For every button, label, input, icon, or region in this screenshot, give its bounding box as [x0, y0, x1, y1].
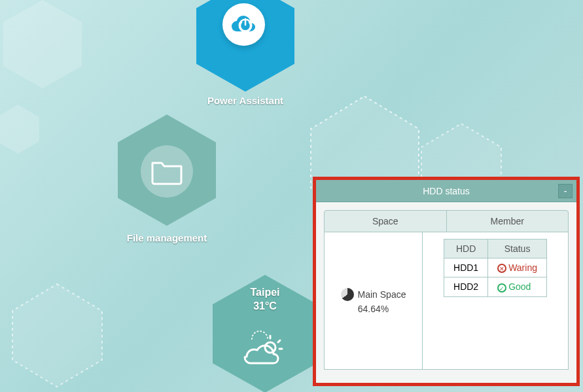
app-power-assistant-label: Power Assistant [180, 95, 311, 106]
status-good-icon: ✓ [497, 283, 506, 293]
empty-hex [3, 0, 82, 88]
weather-city: Taipei [250, 287, 279, 298]
app-file-management-label: File management [101, 232, 232, 243]
hdd-status-widget: HDD status - Space Member Main Space 64.… [313, 177, 580, 386]
member-col-status: Status [488, 240, 547, 258]
member-cell: HDD Status HDD1 ✕Waring HDD2 ✓Good [423, 232, 568, 369]
widget-title: HDD status [423, 186, 470, 196]
space-cell: Main Space 64.64% [325, 232, 423, 369]
widget-minimize-button[interactable]: - [558, 184, 573, 198]
hdd-name: HDD2 [444, 277, 488, 296]
table-row: HDD2 ✓Good [444, 277, 547, 296]
space-name: Main Space [358, 289, 406, 300]
column-space: Space [325, 211, 447, 232]
empty-hex-dotted [10, 281, 105, 389]
hdd-name: HDD1 [444, 258, 488, 277]
power-assistant-icon [222, 3, 265, 46]
column-member: Member [447, 211, 569, 232]
empty-hex-small [0, 105, 39, 154]
status-warning-icon: ✕ [497, 264, 506, 273]
space-usage-percent: 64.64% [358, 304, 389, 314]
pie-chart-icon [341, 288, 354, 301]
table-row: HDD1 ✕Waring [444, 258, 547, 277]
weather-icon [232, 316, 298, 368]
widget-column-headers: Space Member [324, 210, 569, 232]
member-table: HDD Status HDD1 ✕Waring HDD2 ✓Good [444, 239, 547, 297]
svg-marker-2 [12, 284, 102, 387]
widget-header: HDD status - [316, 180, 576, 202]
weather-temperature: 31°C [253, 300, 277, 312]
svg-line-8 [278, 340, 280, 342]
hdd-status: ✕Waring [488, 258, 547, 277]
hdd-status: ✓Good [488, 277, 547, 296]
weather-widget[interactable]: Taipei 31°C [213, 275, 317, 392]
member-col-hdd: HDD [444, 240, 488, 258]
widget-body: Main Space 64.64% HDD Status HDD1 ✕Warin… [324, 232, 569, 370]
folder-icon [141, 145, 193, 198]
